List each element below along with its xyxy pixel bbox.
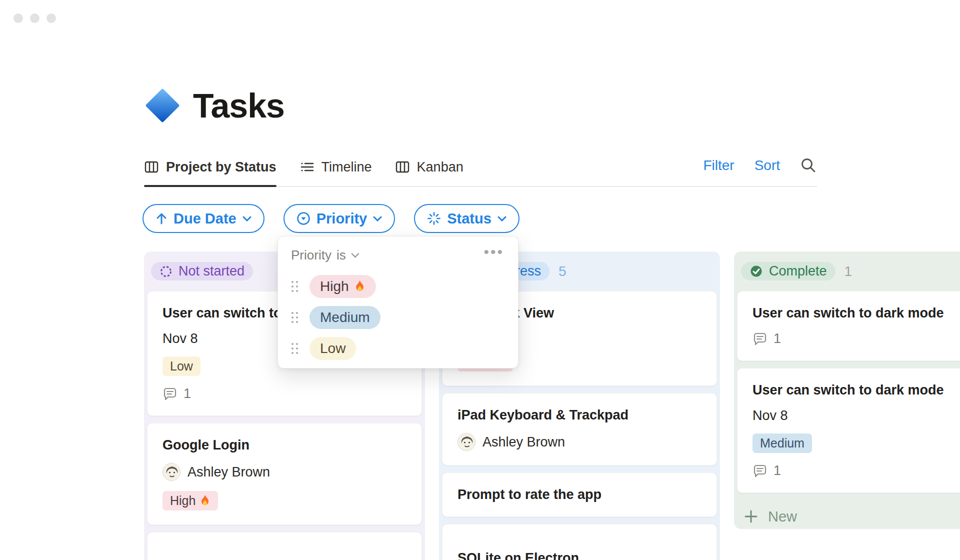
status-badge-not-started[interactable]: Not started xyxy=(151,262,253,280)
comment-icon xyxy=(752,464,768,478)
check-circle-icon xyxy=(750,264,763,278)
window-close-button[interactable] xyxy=(14,14,23,23)
new-card-button[interactable]: New xyxy=(737,499,960,534)
assignee-name: Ashley Brown xyxy=(482,434,565,450)
assignee: Ashley Brown xyxy=(162,463,406,481)
card-title: SQLite on Electron xyxy=(458,550,702,560)
window-controls xyxy=(14,14,56,23)
dropdown-field-label: Priority xyxy=(291,248,332,263)
comment-count: 1 xyxy=(162,386,406,402)
avatar xyxy=(458,433,476,451)
task-card[interactable]: User can switch to dark mode 1 xyxy=(737,291,960,361)
drag-handle-icon xyxy=(291,312,298,324)
drag-handle-icon xyxy=(291,342,298,354)
filter-pill-label: Priority xyxy=(316,210,368,227)
card-due-date: Nov 8 xyxy=(752,408,960,424)
tab-project-by-status[interactable]: Project by Status xyxy=(144,156,276,186)
tab-label: Timeline xyxy=(322,160,372,175)
priority-tag-medium: Medium xyxy=(752,434,812,453)
tab-label: Project by Status xyxy=(166,160,276,175)
tab-label: Kanban xyxy=(417,160,464,175)
status-badge-complete[interactable]: Complete xyxy=(741,262,836,280)
column-complete: Complete 1 User can switch to dark mode … xyxy=(734,252,960,529)
dropdown-option-high[interactable]: High xyxy=(291,271,505,302)
priority-filter-pill[interactable]: Priority xyxy=(284,204,396,233)
tab-kanban[interactable]: Kanban xyxy=(395,156,464,186)
app-window: Tasks Project by Status xyxy=(0,0,960,560)
column-count: 1 xyxy=(844,264,852,280)
search-icon[interactable] xyxy=(800,157,817,174)
filter-pill-row: Due Date Priority xyxy=(142,204,520,233)
board-icon xyxy=(395,160,410,174)
plus-icon xyxy=(744,510,758,524)
chevron-down-icon xyxy=(242,216,252,222)
task-card[interactable]: Google Login Ashley Brown High xyxy=(147,423,422,525)
card-title: User can switch to dark mode xyxy=(752,306,960,321)
card-title: Prompt to rate the app xyxy=(458,487,702,502)
assignee-name: Ashley Brown xyxy=(188,464,270,480)
dropdown-option-medium[interactable]: Medium xyxy=(291,302,505,333)
timeline-icon xyxy=(300,160,314,174)
card-title: User can switch to dark mode xyxy=(752,382,960,398)
task-card[interactable]: Prompt to rate the app xyxy=(442,472,717,517)
board-icon xyxy=(144,160,159,174)
card-title: Google Login xyxy=(162,438,406,453)
tab-timeline[interactable]: Timeline xyxy=(300,156,372,186)
card-title: iPad Keyboard & Trackpad xyxy=(458,408,702,423)
comment-icon xyxy=(162,386,178,402)
drag-handle-icon xyxy=(291,280,298,292)
view-tabs-bar: Project by Status Timeline xyxy=(144,156,817,187)
task-card[interactable]: iPad Keyboard & Trackpad Ashley Brown xyxy=(442,393,717,466)
priority-filter-dropdown: Priority is ••• High xyxy=(278,236,518,368)
flame-icon xyxy=(200,494,210,508)
task-card[interactable]: User can switch to dark mode Nov 8 Mediu… xyxy=(737,368,960,493)
chevron-down-icon xyxy=(351,252,360,258)
page-header: Tasks xyxy=(145,86,284,125)
blue-diamond-icon xyxy=(145,88,180,123)
chevron-down-icon xyxy=(373,216,382,222)
dropdown-option-low[interactable]: Low xyxy=(291,333,505,364)
filter-pill-label: Due Date xyxy=(174,210,236,227)
dropdown-operator-label: is xyxy=(336,248,346,263)
filter-pill-label: Status xyxy=(447,210,492,227)
column-header: Complete 1 xyxy=(737,252,960,291)
arrow-up-icon xyxy=(156,212,168,225)
dashed-circle-icon xyxy=(160,265,172,278)
new-card-label: New xyxy=(768,508,797,525)
flame-icon xyxy=(354,280,366,294)
priority-circle-icon xyxy=(296,212,310,226)
sort-button[interactable]: Sort xyxy=(754,158,780,174)
dropdown-more-button[interactable]: ••• xyxy=(484,244,504,260)
task-card[interactable]: SQLite on Electron xyxy=(442,524,717,560)
window-zoom-button[interactable] xyxy=(46,14,56,23)
filter-button[interactable]: Filter xyxy=(703,158,734,174)
spinner-icon xyxy=(427,212,441,226)
due-date-filter-pill[interactable]: Due Date xyxy=(142,204,264,233)
page-title: Tasks xyxy=(193,86,284,125)
task-card[interactable]: Anonymous user shouldn’t be able xyxy=(147,532,422,560)
comment-count: 1 xyxy=(752,331,960,346)
priority-tag-high: High xyxy=(162,491,218,510)
priority-tag-low: Low xyxy=(162,356,200,376)
status-filter-pill[interactable]: Status xyxy=(414,204,520,233)
window-minimize-button[interactable] xyxy=(30,14,40,23)
column-count: 5 xyxy=(558,264,566,280)
assignee: Ashley Brown xyxy=(458,433,702,451)
dropdown-header[interactable]: Priority is xyxy=(291,248,505,263)
avatar xyxy=(162,463,180,481)
comment-icon xyxy=(752,332,768,346)
chevron-down-icon xyxy=(498,216,506,222)
comment-count: 1 xyxy=(752,463,960,478)
